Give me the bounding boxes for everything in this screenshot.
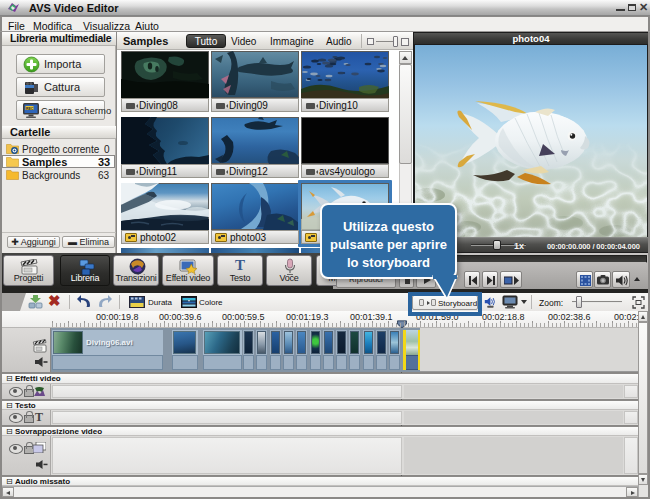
svg-text:REC: REC	[26, 107, 34, 111]
